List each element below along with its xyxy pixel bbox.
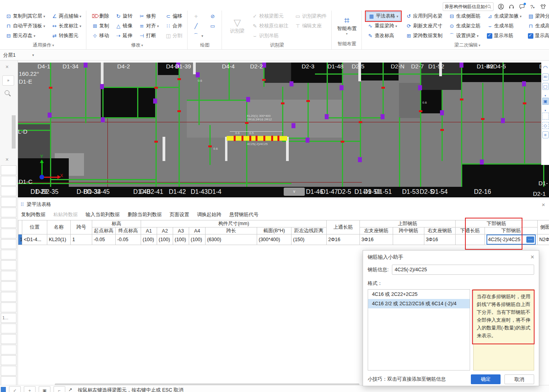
select-element-icon[interactable]: ◇: [542, 122, 549, 129]
beam-span-data-copy-button[interactable]: 梁跨数据复制: [403, 31, 445, 40]
format-option[interactable]: 4C16 或 2C22+2C25: [368, 290, 470, 299]
list-item[interactable]: [1, 271, 16, 281]
help-search-box[interactable]: [443, 2, 494, 11]
chevron-down-icon[interactable]: ▾: [542, 107, 549, 110]
pan-widget[interactable]: ∨: [284, 188, 305, 196]
length-dimension-button[interactable]: 长度标注: [49, 21, 84, 30]
list-item[interactable]: [1, 165, 16, 175]
split-button[interactable]: 分割: [163, 31, 185, 40]
cell-a3[interactable]: (100): [173, 234, 189, 245]
col-header-position[interactable]: 位置: [22, 220, 47, 234]
beam-span-classify-button[interactable]: 梁跨分类: [526, 12, 549, 21]
cancel-button[interactable]: 取消: [504, 374, 534, 384]
group-label-common[interactable]: 通用操作▾: [3, 41, 84, 50]
list-item[interactable]: [1, 345, 16, 354]
delete-current-column-button[interactable]: 删除当前列数据: [128, 211, 162, 218]
layer-select[interactable]: 分层1 ▾: [0, 52, 37, 59]
align-button[interactable]: 对齐: [136, 21, 161, 30]
generate-high-strength-node-button[interactable]: 生成高强节点: [526, 21, 549, 30]
search-input[interactable]: [445, 4, 487, 9]
refresh-support-size-button[interactable]: 刷新支座尺寸: [403, 21, 445, 30]
list-item[interactable]: [1, 281, 16, 291]
convert-element-button[interactable]: 转换图元: [49, 31, 84, 40]
col-header-a3[interactable]: A3: [173, 227, 189, 234]
trim-button[interactable]: 修剪: [136, 12, 161, 21]
cell-top-through[interactable]: 2Φ16: [327, 234, 360, 245]
swap-start-span-button[interactable]: 调换起始跨: [197, 211, 222, 218]
break-button[interactable]: 打断: [136, 31, 161, 40]
col-header-section[interactable]: 截面(B*H): [257, 227, 291, 234]
group-label-draw[interactable]: 绘图: [191, 41, 220, 50]
check-beam-elements-button[interactable]: 校核梁图元: [249, 12, 291, 21]
merge-button[interactable]: 合并: [163, 21, 185, 30]
cell-start-elev[interactable]: -0.05: [92, 234, 116, 245]
generate-erect-rebar-button[interactable]: 生成架立筋: [446, 21, 483, 30]
ok-button[interactable]: 确定: [471, 374, 501, 384]
set-arch-beam-button[interactable]: 设置拱梁: [446, 31, 483, 40]
status-tool-layers[interactable]: ▣: [39, 386, 50, 392]
recognize-beam-button[interactable]: 识别梁: [225, 11, 249, 41]
group-label-recognize[interactable]: 识别梁: [225, 41, 329, 50]
chevron-down-icon[interactable]: ▾: [542, 92, 549, 95]
list-item[interactable]: [1, 250, 16, 260]
search-icon[interactable]: [487, 4, 492, 9]
feedback-chat-icon[interactable]: [519, 4, 525, 10]
list-item[interactable]: [1, 186, 16, 196]
cell-dist-left[interactable]: (150): [291, 234, 327, 245]
cell-span-length[interactable]: (6300): [206, 234, 257, 245]
list-item[interactable]: [1, 208, 16, 217]
list-item[interactable]: [1, 239, 16, 249]
close-icon[interactable]: ×: [5, 156, 9, 163]
col-header-span-no[interactable]: 跨号: [71, 220, 92, 234]
list-item[interactable]: [1, 334, 16, 344]
list-item[interactable]: [1, 303, 16, 312]
list-item[interactable]: [1, 355, 16, 365]
delete-button[interactable]: 删除: [89, 12, 111, 21]
cell-bottom-through[interactable]: [456, 234, 485, 245]
status-color-swatch[interactable]: [1, 387, 6, 392]
cell-side-through[interactable]: N2Φ12: [538, 234, 549, 245]
col-header-start-elev[interactable]: 起点标高: [92, 227, 116, 234]
smart-layout-button[interactable]: 智能布置 ▾: [335, 15, 359, 36]
close-icon[interactable]: ×: [5, 64, 9, 70]
col-header-left-support[interactable]: 左支座钢筋: [360, 227, 393, 234]
cell-bottom-rebar[interactable]: 4C25(-2)/4C25: [485, 234, 538, 245]
group-label-modify[interactable]: 修改▾: [89, 41, 185, 50]
group-label-beam-edit[interactable]: 梁二次编辑▾: [365, 41, 549, 50]
solid-view-icon[interactable]: ▣: [542, 98, 549, 105]
close-icon[interactable]: ×: [542, 201, 545, 208]
input-current-column-button[interactable]: 输入当前列数据: [86, 211, 120, 218]
rect-tool-button[interactable]: [207, 21, 219, 30]
show-high-strength-node-checkbox[interactable]: 显示高强节点: [526, 31, 549, 40]
list-item[interactable]: [1, 176, 16, 186]
cell-section[interactable]: (300*400): [257, 234, 291, 245]
cell-right-support[interactable]: 3Φ16: [424, 234, 456, 245]
col-group-elevation[interactable]: 标高: [92, 220, 141, 227]
panel-title-bar[interactable]: ⠿ 梁平法表格 ×: [18, 199, 549, 210]
paste-span-data-button[interactable]: 粘贴跨数据: [54, 211, 78, 218]
re-extract-beam-span-button[interactable]: 重提梁跨: [365, 21, 402, 30]
generate-beam-haunch-button[interactable]: 生成梁加腋: [485, 12, 524, 21]
col-header-name[interactable]: 名称: [47, 220, 71, 234]
col-header-right-support[interactable]: 右支座钢筋: [424, 227, 456, 234]
rotate-button[interactable]: 旋转: [113, 12, 135, 21]
col-header-bottom-rebar[interactable]: 下部钢筋: [485, 227, 538, 234]
check-in-situ-annotation-button[interactable]: 校核原位标注: [249, 21, 291, 30]
check-elevation-button[interactable]: 查改标高: [365, 31, 402, 40]
edit-support-button[interactable]: 编辑支座: [292, 21, 329, 30]
collapsed-panel-tab[interactable]: [12, 115, 16, 149]
dialog-title-bar[interactable]: 钢筋输入小助手 ×: [363, 251, 539, 264]
cell-name[interactable]: KL20(1): [47, 234, 71, 245]
col-header-side-through[interactable]: 侧面通长筋: [538, 220, 549, 234]
status-tool-check[interactable]: ✓: [9, 386, 21, 392]
auto-align-top-slab-button[interactable]: 自动平齐顶板: [3, 21, 48, 30]
drag-handle-icon[interactable]: ⠿: [20, 202, 24, 208]
list-item[interactable]: [1, 229, 16, 238]
col-header-a1[interactable]: A1: [141, 227, 157, 234]
close-icon[interactable]: ×: [531, 254, 534, 261]
skin-icon[interactable]: [540, 4, 546, 10]
mirror-button[interactable]: 镜像: [113, 21, 135, 30]
list-item[interactable]: [1, 324, 16, 333]
view-3d-icon[interactable]: 3D: [542, 73, 549, 81]
status-tool-line[interactable]: ⌐: [54, 386, 65, 392]
